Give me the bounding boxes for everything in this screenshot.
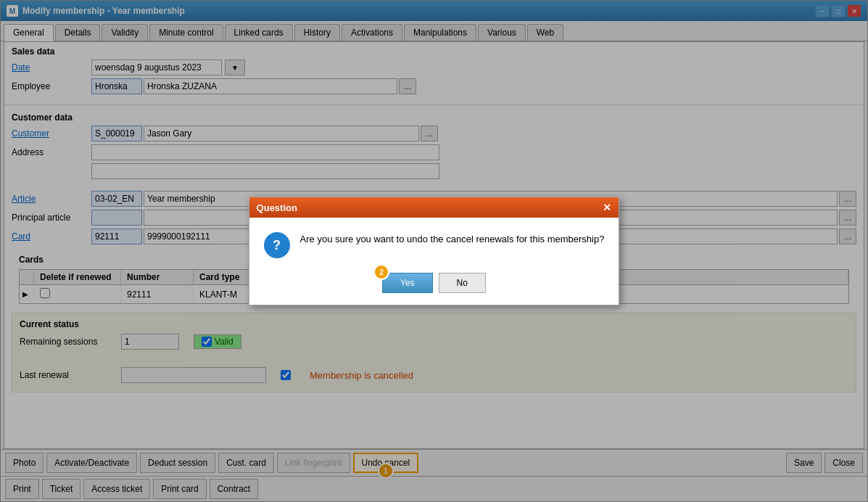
dialog-title-bar: Question ✕ — [249, 197, 619, 218]
main-content: Sales data Date ▼ Employee … — [1, 41, 867, 449]
dialog-badge: 2 — [373, 264, 389, 280]
main-window: M Modify membership - Year membership ─ … — [0, 0, 868, 502]
yes-btn-wrapper: Yes 2 — [382, 273, 433, 293]
dialog-no-button[interactable]: No — [439, 273, 486, 293]
dialog-yes-button[interactable]: Yes — [382, 273, 433, 293]
question-dialog: Question ✕ ? Are you sure you want to un… — [249, 197, 620, 305]
dialog-body: ? Are you sure you want to undo the canc… — [249, 218, 619, 266]
dialog-overlay: Question ✕ ? Are you sure you want to un… — [1, 41, 867, 449]
question-icon: ? — [264, 232, 290, 258]
dialog-buttons: Yes 2 No — [249, 266, 619, 305]
dialog-message: Are you sure you want to undo the cancel… — [300, 232, 605, 247]
dialog-close-button[interactable]: ✕ — [603, 202, 611, 213]
dialog-title-text: Question — [257, 202, 297, 213]
